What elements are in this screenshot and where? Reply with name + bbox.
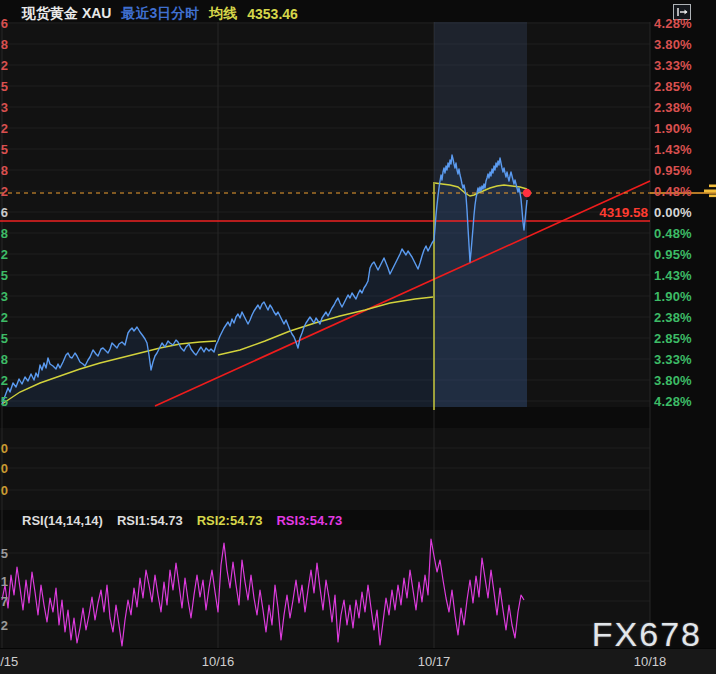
time-axis[interactable]: 10/1510/1610/1710/18: [0, 648, 716, 674]
percent-label-up: 3.33%: [654, 58, 692, 73]
percent-label-down: 1.90%: [654, 289, 692, 304]
price-axis-digit: 2: [0, 310, 8, 325]
percent-label-up: 1.43%: [654, 142, 692, 157]
price-axis-digit: 3: [0, 100, 8, 115]
percent-label-down: 0.95%: [654, 247, 692, 262]
time-axis-label: 10/18: [634, 654, 667, 669]
percent-label-up: 2.85%: [654, 79, 692, 94]
reference-price-label: 4319.58: [599, 205, 648, 220]
price-axis-digit: 8: [0, 37, 8, 52]
price-axis-digit: 3: [0, 289, 8, 304]
rsi1-value: RSI1:54.73: [117, 513, 183, 528]
price-axis-digit: 2: [0, 121, 8, 136]
percent-label-up: 1.90%: [654, 121, 692, 136]
indicator-axis-digit: 0: [0, 483, 8, 498]
percent-label-up: 0.95%: [654, 163, 692, 178]
price-axis-digit: 2: [0, 58, 8, 73]
last-price-dot: [523, 189, 531, 197]
percent-label-down: 3.80%: [654, 373, 692, 388]
chart-canvas[interactable]: [0, 0, 716, 674]
price-axis-digit: 8: [0, 163, 8, 178]
time-axis-label: 10/17: [418, 654, 451, 669]
rsi-axis-digit: 1: [0, 574, 8, 589]
indicator-axis-digit: 0: [0, 461, 8, 476]
price-axis-digit: 2: [0, 184, 8, 199]
price-axis-digit: 5: [0, 79, 8, 94]
percent-label-up: 4.28%: [654, 16, 692, 31]
rsi-axis-digit: 2: [0, 618, 8, 633]
price-axis-digit: 8: [0, 352, 8, 367]
percent-label-down: 3.33%: [654, 352, 692, 367]
price-axis-digit: 5: [0, 142, 8, 157]
price-marker-icon: [709, 185, 716, 188]
price-axis-digit: 5: [0, 268, 8, 283]
indicator-axis-digit: 0: [0, 441, 8, 456]
price-axis-digit: 8: [0, 226, 8, 241]
percent-label-up: 2.38%: [654, 100, 692, 115]
rsi-line[interactable]: [2, 539, 524, 646]
rsi-name: RSI(14,14,14): [22, 513, 103, 528]
price-axis-digit: 2: [0, 247, 8, 262]
price-axis-digit: 6: [0, 16, 8, 31]
chart-app-window: 现货黄金 XAU 最近3日分时 均线 4353.46 4319.58 RSI(1…: [0, 0, 716, 674]
price-axis-digit: 5: [0, 394, 8, 409]
rsi-axis-digit: 7: [0, 594, 8, 609]
price-axis-digit: 2: [0, 373, 8, 388]
percent-label-down: 4.28%: [654, 394, 692, 409]
percent-label-down: 2.85%: [654, 331, 692, 346]
percent-label-up: 0.48%: [654, 184, 692, 199]
percent-label-down: 2.38%: [654, 310, 692, 325]
time-axis-label: 10/15: [0, 654, 18, 669]
price-axis-digit: 6: [0, 205, 8, 220]
percent-label-zero: 0.00%: [654, 205, 692, 220]
percent-label-up: 3.80%: [654, 37, 692, 52]
price-marker-icon: [709, 195, 716, 198]
rsi-header: RSI(14,14,14) RSI1:54.73 RSI2:54.73 RSI3…: [22, 512, 342, 528]
price-marker-icon: [704, 190, 716, 193]
rsi3-value: RSI3:54.73: [276, 513, 342, 528]
time-axis-label: 10/16: [202, 654, 235, 669]
rsi2-value: RSI2:54.73: [197, 513, 263, 528]
percent-label-down: 0.48%: [654, 226, 692, 241]
rsi-axis-digit: 5: [0, 546, 8, 561]
percent-label-down: 1.43%: [654, 268, 692, 283]
price-axis-digit: 5: [0, 331, 8, 346]
